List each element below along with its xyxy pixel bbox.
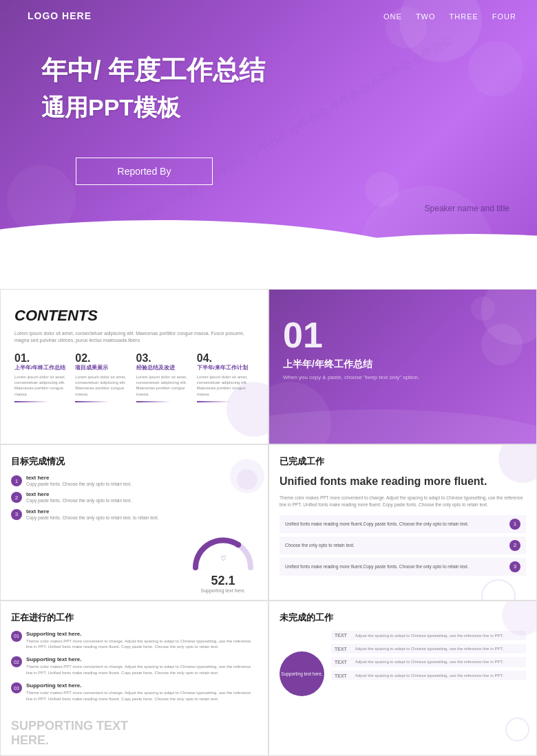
target-item-1: 1 text here Copy paste fonts. Choose the… bbox=[11, 475, 257, 487]
svg-text:♡: ♡ bbox=[220, 554, 227, 562]
target-item1-text: Copy paste fonts. Choose the only opto t… bbox=[26, 481, 257, 487]
target-item2-text: Copy paste fonts. Choose the only opto t… bbox=[26, 497, 257, 504]
title-main: 年中/ 年度工作总结 bbox=[41, 55, 265, 87]
contents-items: 01. 上半年/年终工作总结 Lorem ipsum dolor sit ame… bbox=[14, 352, 254, 403]
completed-row-1: Unified fonts make reading more fluent.C… bbox=[280, 515, 526, 533]
unfinished-text-1: Adjust the spacing to adapt to Chinese t… bbox=[355, 633, 503, 638]
ongoing-item2-title: Supporting text here. bbox=[26, 656, 257, 662]
ongoing-items: 01 Supporting text here. Theme color mak… bbox=[11, 631, 257, 702]
slide7-title: 未完成的工作 bbox=[280, 612, 526, 624]
slide3-wave bbox=[269, 409, 536, 444]
item1-num: 01. bbox=[14, 352, 72, 365]
slide4-title: 目标完成情况 bbox=[11, 455, 257, 468]
unfinished-text-3: Adjust the spacing to adapt to Chinese t… bbox=[355, 659, 503, 665]
reported-by-text: Reported By bbox=[118, 166, 171, 177]
item4-line bbox=[197, 401, 231, 402]
unfinished-row-3: TEXT Adjust the spacing to adapt to Chin… bbox=[331, 657, 526, 667]
item4-num: 04. bbox=[197, 352, 254, 365]
unfinished-label-1: TEXT bbox=[335, 633, 352, 638]
content-item-2: 02. 项目成果展示 Lorem ipsum dolor sit amet, c… bbox=[75, 352, 132, 403]
nav-bar: ONE TWO THREE FOUR bbox=[383, 12, 516, 21]
slide6-ongoing: 正在进行的工作 SUPPORTING TEXT HERE. 01 Support… bbox=[0, 601, 268, 756]
target-item1-title: text here bbox=[26, 475, 257, 481]
slide3-subtitle: When you copy & paste, choose "keep text… bbox=[283, 374, 523, 380]
item2-num: 02. bbox=[75, 352, 132, 365]
item1-title: 上半年/年终工作总结 bbox=[14, 365, 72, 371]
item1-text: Lorem ipsum dolor sit amet, consectetuer… bbox=[14, 374, 72, 398]
target-item3-title: text here bbox=[26, 508, 257, 515]
unfinished-text-4: Adjust the spacing to adapt to Chinese t… bbox=[355, 673, 503, 678]
slide3-section: 01 上半年/年终工作总结 When you copy & paste, cho… bbox=[268, 289, 537, 444]
slide5-section-title: 已完成工作 bbox=[280, 455, 526, 468]
target-item-3: 3 text here Copy paste fonts. Choose the… bbox=[11, 508, 257, 521]
ongoing-item3-title: Supporting text here. bbox=[26, 682, 257, 689]
reported-by-field[interactable]: Reported By bbox=[76, 158, 213, 185]
unfinished-rows: TEXT Adjust the spacing to adapt to Chin… bbox=[331, 631, 526, 681]
unfinished-text-2: Adjust the spacing to adapt to Chinese t… bbox=[355, 646, 503, 651]
target-badge-3: 3 bbox=[11, 509, 22, 520]
ongoing-item1-text: Theme color makes PPT more convenient to… bbox=[26, 638, 257, 650]
content-item-3: 03. 经验总结及改进 Lorem ipsum dolor sit amet, … bbox=[136, 352, 193, 403]
title-area: 年中/ 年度工作总结 通用PPT模板 bbox=[41, 55, 265, 124]
unfinished-label-4: TEXT bbox=[335, 673, 352, 678]
completed-rows: Unified fonts make reading more fluent.C… bbox=[280, 515, 526, 576]
slide6-title: 正在进行的工作 bbox=[11, 612, 257, 624]
slide3-circle4 bbox=[471, 296, 495, 321]
completed-heading: Unified fonts make reading more fluent. bbox=[280, 475, 526, 489]
title-sub: 通用PPT模板 bbox=[41, 92, 265, 124]
completed-row2-text: Choose the only opto to retain text. bbox=[285, 543, 505, 548]
slide4-target: 目标完成情况 1 text here Copy paste fonts. Cho… bbox=[0, 444, 268, 600]
slide7-unfinished: 未完成的工作 Supporting text here. TEXT Adjust… bbox=[268, 601, 537, 756]
nav-one[interactable]: ONE bbox=[383, 12, 402, 21]
target-items: 1 text here Copy paste fonts. Choose the… bbox=[11, 475, 257, 520]
unfinished-row-1: TEXT Adjust the spacing to adapt to Chin… bbox=[331, 631, 526, 640]
slide7-content: Supporting text here. TEXT Adjust the sp… bbox=[280, 631, 526, 696]
item3-title: 经验总结及改进 bbox=[136, 365, 193, 371]
ongoing-item-1: 01 Supporting text here. Theme color mak… bbox=[11, 631, 257, 650]
completed-desc: Theme color makes PPT more convenient to… bbox=[280, 495, 526, 508]
supporting-big-text: SUPPORTING TEXT HERE. bbox=[11, 719, 128, 748]
target-badge-2: 2 bbox=[11, 492, 22, 503]
slide5-deco2 bbox=[481, 579, 516, 601]
slide3-title: 上半年/年终工作总结 bbox=[283, 358, 523, 371]
slide3-circle3 bbox=[481, 324, 523, 365]
svg-point-0 bbox=[235, 542, 241, 548]
completed-row3-num: 3 bbox=[509, 561, 520, 572]
ongoing-item2-text: Theme color makes PPT more convenient to… bbox=[26, 664, 257, 676]
ongoing-badge-3: 03 bbox=[11, 682, 22, 693]
unfinished-label-2: TEXT bbox=[335, 647, 352, 651]
content-item-1: 01. 上半年/年终工作总结 Lorem ipsum dolor sit ame… bbox=[14, 352, 72, 403]
target-badge-1: 1 bbox=[11, 475, 22, 486]
ongoing-badge-2: 02 bbox=[11, 656, 22, 667]
gauge-label: Supporting text here. bbox=[185, 588, 261, 593]
item3-num: 03. bbox=[136, 352, 193, 365]
item4-title: 下半年/来年工作计划 bbox=[197, 365, 254, 371]
item2-title: 项目成果展示 bbox=[75, 365, 132, 371]
slide1-hero: 小牛办公 小牛办公 小牛办公 小牛办公 小牛办公 小牛办公 小牛办公 小牛办公 … bbox=[0, 0, 537, 289]
item1-line bbox=[14, 401, 49, 402]
unfinished-row-4: TEXT Adjust the spacing to adapt to Chin… bbox=[331, 671, 526, 680]
nav-two[interactable]: TWO bbox=[416, 12, 436, 21]
completed-row2-num: 2 bbox=[509, 540, 520, 551]
gauge-value: 52.1 bbox=[185, 574, 261, 588]
target-item-2: 2 text here Copy paste fonts. Choose the… bbox=[11, 491, 257, 504]
item3-line bbox=[136, 401, 171, 402]
ongoing-item-3: 03 Supporting text here. Theme color mak… bbox=[11, 682, 257, 702]
ongoing-item1-title: Supporting text here. bbox=[26, 631, 257, 637]
slide7-circle2 bbox=[505, 717, 529, 742]
item2-line bbox=[75, 401, 109, 402]
completed-row3-text: Unified fonts make reading more fluent.C… bbox=[285, 564, 505, 569]
unfinished-center-label: Supporting text here. bbox=[281, 671, 322, 677]
ongoing-badge-1: 01 bbox=[11, 631, 22, 642]
slide5-completed: 已完成工作 Unified fonts make reading more fl… bbox=[268, 444, 537, 600]
unfinished-row-2: TEXT Adjust the spacing to adapt to Chin… bbox=[331, 644, 526, 654]
item3-text: Lorem ipsum dolor sit amet, consectetuer… bbox=[136, 374, 193, 398]
nav-four[interactable]: FOUR bbox=[492, 12, 516, 21]
gauge-chart: ♡ bbox=[189, 526, 257, 574]
contents-desc: Lorem ipsum dolor sit amet, consectetuer… bbox=[14, 330, 254, 344]
completed-row-2: Choose the only opto to retain text. 2 bbox=[280, 537, 526, 554]
nav-three[interactable]: THREE bbox=[450, 12, 478, 21]
logo: LOGO HERE bbox=[28, 10, 92, 21]
slide2-contents: CONTENTS Lorem ipsum dolor sit amet, con… bbox=[0, 289, 268, 444]
target-item3-text: Copy paste fonts. Choose the only opto t… bbox=[26, 515, 257, 521]
